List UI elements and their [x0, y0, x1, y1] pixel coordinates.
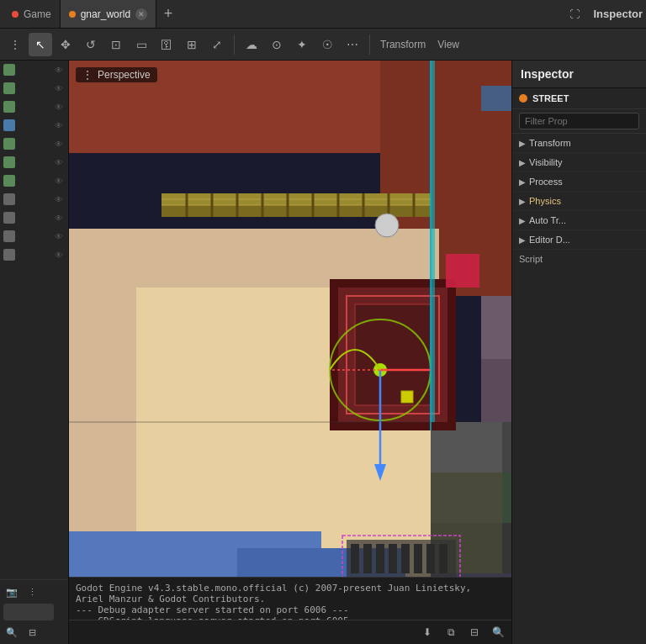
scene-icon-9	[3, 230, 15, 242]
inspector-section-physics[interactable]: ▶ Physics	[512, 192, 646, 211]
section-arrow-physics: ▶	[519, 197, 526, 206]
scene-icon-0	[3, 64, 15, 76]
scene-icon-10	[3, 249, 15, 261]
scene-item-8[interactable]: 👁	[0, 209, 68, 227]
toolbar-cursor[interactable]: ↖	[29, 33, 52, 56]
tab-dot-game	[12, 11, 19, 18]
left-bottom: 📷 ⋮ 🔍 ⊟	[0, 579, 68, 644]
tab-close-button[interactable]: ✕	[135, 8, 147, 20]
fullscreen-button[interactable]: ⛶	[563, 3, 586, 26]
viewport[interactable]: ⋮ Perspective	[69, 61, 511, 644]
toolbar-rect[interactable]: ▭	[130, 33, 153, 56]
toolbar-grid[interactable]: ⊞	[180, 33, 204, 56]
section-arrow-transform: ▶	[519, 139, 526, 148]
scene-icon-5	[3, 156, 15, 168]
eye-icon-8[interactable]: 👁	[53, 212, 65, 224]
svg-rect-64	[351, 544, 359, 573]
scene-item-5[interactable]: 👁	[0, 153, 68, 172]
toolbar-three-dots[interactable]: ⋮	[3, 33, 27, 56]
toolbar-rotate[interactable]: ↺	[79, 33, 103, 56]
scene-icon-4	[3, 138, 15, 150]
eye-icon-7[interactable]: 👁	[53, 193, 65, 205]
scene-icon-8	[3, 212, 15, 224]
left-panel: 👁 👁 👁 👁 👁	[0, 61, 69, 644]
toolbar-view[interactable]: View	[432, 39, 464, 50]
tab-game[interactable]: Game	[3, 0, 61, 28]
section-label-process: Process	[529, 177, 563, 187]
console-line-1: Ariel Manzur & Godot Contributors.	[76, 594, 505, 604]
toolbar-move[interactable]: ✥	[54, 33, 77, 56]
section-arrow-autotr: ▶	[519, 216, 526, 225]
scene-icon-1	[3, 82, 15, 94]
inspector-panel: Inspector STREET ▶ Transform ▶ Visibilit…	[511, 61, 646, 644]
scene-item-10[interactable]: 👁	[0, 245, 68, 264]
section-label-transform: Transform	[529, 138, 571, 148]
svg-rect-10	[502, 472, 511, 523]
toolbar-sun[interactable]: ✦	[290, 33, 314, 56]
section-label-autotr: Auto Tr...	[529, 215, 566, 225]
tab-bar: Game gnar_world ✕ + ⛶ Inspector	[0, 0, 646, 29]
eye-icon-5[interactable]: 👁	[53, 156, 65, 168]
section-arrow-process: ▶	[519, 177, 526, 187]
tab-gnar-world[interactable]: gnar_world ✕	[61, 0, 156, 28]
tab-add-button[interactable]: +	[156, 3, 180, 26]
section-label-physics: Physics	[529, 196, 561, 206]
toolbar-cloud[interactable]: ☁	[240, 33, 263, 56]
scene-item-1[interactable]: 👁	[0, 79, 68, 98]
toolbar: ⋮ ↖ ✥ ↺ ⊡ ▭ ⚿ ⊞ ⤢ ☁ ⊙ ✦ ☉ ⋯ Transform Vi…	[0, 29, 646, 61]
console-copy-icon[interactable]: ⧉	[441, 622, 461, 642]
scene-item-7[interactable]: 👁	[0, 190, 68, 209]
eye-icon-4[interactable]: 👁	[53, 138, 65, 150]
inspector-section-editord[interactable]: ▶ Editor D...	[512, 230, 646, 250]
toolbar-snap[interactable]: ⤢	[205, 33, 229, 56]
svg-rect-67	[389, 544, 397, 573]
toolbar-scale[interactable]: ⊡	[104, 33, 128, 56]
svg-rect-27	[401, 391, 413, 403]
scene-icon-6	[3, 175, 15, 187]
section-arrow-editord: ▶	[519, 235, 526, 245]
scene-icon-3	[3, 119, 15, 131]
eye-icon-10[interactable]: 👁	[53, 249, 65, 261]
scene-item-3[interactable]: 👁	[0, 116, 68, 135]
scene-item-0[interactable]: 👁	[0, 61, 68, 79]
eye-icon-2[interactable]: 👁	[53, 101, 65, 113]
svg-rect-73	[431, 61, 435, 422]
dots-icon[interactable]: ⋮	[24, 583, 40, 600]
scene-item-4[interactable]: 👁	[0, 135, 68, 153]
inspector-section-visibility[interactable]: ▶ Visibility	[512, 153, 646, 172]
toolbar-sep1	[234, 34, 235, 55]
search-icon[interactable]: 🔍	[3, 624, 20, 641]
toolbar-eye[interactable]: ☉	[315, 33, 339, 56]
scene-item-2[interactable]: 👁	[0, 98, 68, 116]
main-layout: 👁 👁 👁 👁 👁	[0, 61, 646, 644]
viewport-menu-icon[interactable]: ⋮	[82, 69, 93, 81]
eye-icon-6[interactable]: 👁	[53, 175, 65, 187]
inspector-section-transform[interactable]: ▶ Transform	[512, 134, 646, 153]
console-settings-icon[interactable]: ⊟	[464, 622, 484, 642]
toolbar-dot[interactable]: ⊙	[265, 33, 289, 56]
scene-item-6[interactable]: 👁	[0, 172, 68, 190]
console-search-icon[interactable]: 🔍	[488, 622, 508, 642]
eye-icon-3[interactable]: 👁	[53, 119, 65, 131]
toolbar-transform[interactable]: Transform	[375, 39, 431, 50]
inspector-section-autotr[interactable]: ▶ Auto Tr...	[512, 211, 646, 230]
scene-item-9[interactable]: 👁	[0, 227, 68, 245]
svg-rect-12	[502, 523, 511, 573]
eye-icon-0[interactable]: 👁	[53, 64, 65, 76]
filter-input[interactable]	[519, 113, 639, 129]
inspector-section-process[interactable]: ▶ Process	[512, 172, 646, 192]
toolbar-more[interactable]: ⋯	[341, 33, 364, 56]
toolbar-lock[interactable]: ⚿	[155, 33, 178, 56]
svg-rect-43	[481, 86, 511, 111]
eye-icon-1[interactable]: 👁	[53, 82, 65, 94]
console-output: Godot Engine v4.3.stable.mono.official (…	[69, 578, 511, 620]
eye-icon-9[interactable]: 👁	[53, 230, 65, 242]
inspector-title: Inspector	[593, 8, 643, 20]
console-download-icon[interactable]: ⬇	[417, 622, 437, 642]
svg-rect-69	[414, 544, 422, 573]
scene-canvas: X Y	[69, 61, 511, 644]
svg-rect-71	[439, 544, 447, 573]
filter-icon[interactable]: ⊟	[24, 624, 40, 641]
camera-icon[interactable]: 📷	[3, 583, 20, 600]
tab-label-game: Game	[24, 8, 51, 20]
